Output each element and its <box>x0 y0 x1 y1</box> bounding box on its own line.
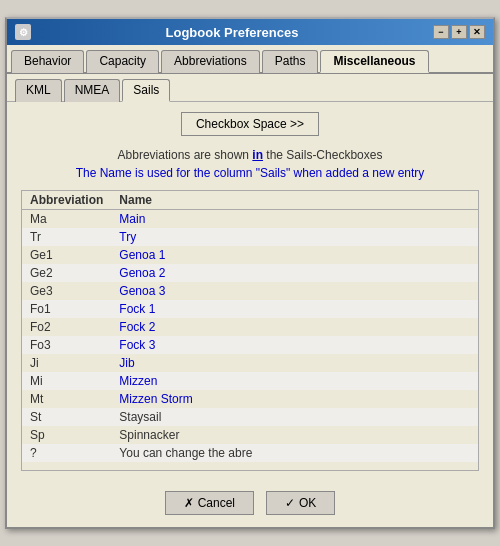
table-row[interactable]: Ge1Genoa 1 <box>22 246 478 264</box>
tab-capacity[interactable]: Capacity <box>86 50 159 73</box>
sails-table: Abbreviation Name MaMainTrTryGe1Genoa 1G… <box>22 191 478 462</box>
ok-label: OK <box>299 496 316 510</box>
table-row[interactable]: MiMizzen <box>22 372 478 390</box>
footer: ✗ Cancel ✓ OK <box>7 481 493 527</box>
table-row[interactable]: Fo2Fock 2 <box>22 318 478 336</box>
name-cell: Fock 3 <box>111 336 478 354</box>
checkbox-space-button[interactable]: Checkbox Space >> <box>181 112 319 136</box>
info-highlight: in <box>252 148 263 162</box>
name-cell: You can change the abre <box>111 444 478 462</box>
table-header-row: Abbreviation Name <box>22 191 478 210</box>
abbrev-cell: Tr <box>22 228 111 246</box>
table-row[interactable]: StStaysail <box>22 408 478 426</box>
window-title: Logbook Preferences <box>31 25 433 40</box>
tab-behavior[interactable]: Behavior <box>11 50 84 73</box>
abbrev-cell: Mt <box>22 390 111 408</box>
abbrev-cell: St <box>22 408 111 426</box>
window-controls: − + ✕ <box>433 25 485 39</box>
name-cell: Mizzen Storm <box>111 390 478 408</box>
table-row[interactable]: MtMizzen Storm <box>22 390 478 408</box>
table-row[interactable]: ?You can change the abre <box>22 444 478 462</box>
table-row[interactable]: SpSpinnacker <box>22 426 478 444</box>
abbrev-cell: Sp <box>22 426 111 444</box>
info-line1: Abbreviations are shown <box>118 148 253 162</box>
table-row[interactable]: Fo3Fock 3 <box>22 336 478 354</box>
name-cell: Staysail <box>111 408 478 426</box>
abbrev-cell: Fo3 <box>22 336 111 354</box>
minimize-button[interactable]: − <box>433 25 449 39</box>
content-area: Checkbox Space >> Abbreviations are show… <box>7 102 493 481</box>
info-line1b: the Sails-Checkboxes <box>263 148 382 162</box>
name-cell: Genoa 3 <box>111 282 478 300</box>
abbrev-cell: Ge1 <box>22 246 111 264</box>
titlebar: ⚙ Logbook Preferences − + ✕ <box>7 19 493 45</box>
sub-tab-sails[interactable]: Sails <box>122 79 170 102</box>
name-cell: Spinnacker <box>111 426 478 444</box>
tab-miscellaneous[interactable]: Miscellaneous <box>320 50 428 73</box>
info-text: Abbreviations are shown in the Sails-Che… <box>21 146 479 182</box>
name-cell: Genoa 1 <box>111 246 478 264</box>
close-button[interactable]: ✕ <box>469 25 485 39</box>
cancel-button[interactable]: ✗ Cancel <box>165 491 254 515</box>
main-tab-bar: Behavior Capacity Abbreviations Paths Mi… <box>7 45 493 74</box>
cancel-label: Cancel <box>198 496 235 510</box>
abbrev-cell: Ji <box>22 354 111 372</box>
tab-paths[interactable]: Paths <box>262 50 319 73</box>
table-row[interactable]: Fo1Fock 1 <box>22 300 478 318</box>
abbrev-cell: Mi <box>22 372 111 390</box>
maximize-button[interactable]: + <box>451 25 467 39</box>
sub-tab-bar: KML NMEA Sails <box>7 74 493 102</box>
ok-button[interactable]: ✓ OK <box>266 491 335 515</box>
table-row[interactable]: JiJib <box>22 354 478 372</box>
name-cell: Fock 2 <box>111 318 478 336</box>
app-icon: ⚙ <box>15 24 31 40</box>
name-cell: Fock 1 <box>111 300 478 318</box>
table-row[interactable]: Ge3Genoa 3 <box>22 282 478 300</box>
abbrev-cell: Fo2 <box>22 318 111 336</box>
abbrev-cell: Fo1 <box>22 300 111 318</box>
main-window: ⚙ Logbook Preferences − + ✕ Behavior Cap… <box>5 17 495 529</box>
ok-icon: ✓ <box>285 496 295 510</box>
name-cell: Try <box>111 228 478 246</box>
table-row[interactable]: MaMain <box>22 210 478 229</box>
name-cell: Main <box>111 210 478 229</box>
cancel-icon: ✗ <box>184 496 194 510</box>
abbrev-cell: ? <box>22 444 111 462</box>
abbrev-cell: Ge3 <box>22 282 111 300</box>
sub-tab-kml[interactable]: KML <box>15 79 62 102</box>
table-row[interactable]: Ge2Genoa 2 <box>22 264 478 282</box>
name-cell: Jib <box>111 354 478 372</box>
info-line2: The Name is used for the column "Sails" … <box>76 166 425 180</box>
name-cell: Mizzen <box>111 372 478 390</box>
abbrev-cell: Ma <box>22 210 111 229</box>
tab-abbreviations[interactable]: Abbreviations <box>161 50 260 73</box>
sails-table-wrapper: Abbreviation Name MaMainTrTryGe1Genoa 1G… <box>21 190 479 471</box>
name-cell: Genoa 2 <box>111 264 478 282</box>
sub-tab-nmea[interactable]: NMEA <box>64 79 121 102</box>
abbrev-cell: Ge2 <box>22 264 111 282</box>
table-row[interactable]: TrTry <box>22 228 478 246</box>
checkbox-row: Checkbox Space >> <box>21 112 479 136</box>
col-header-name: Name <box>111 191 478 210</box>
col-header-abbreviation: Abbreviation <box>22 191 111 210</box>
